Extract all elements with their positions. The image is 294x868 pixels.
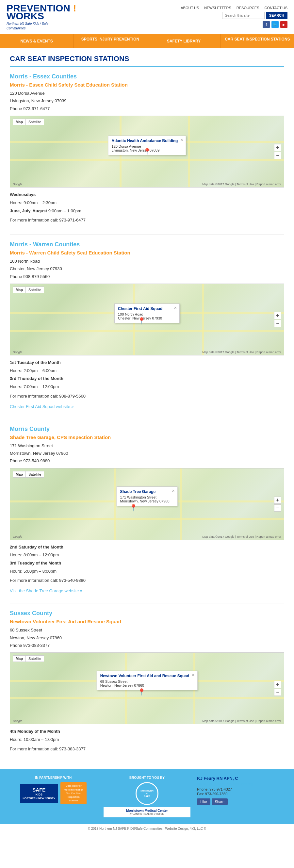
map-pin-1: 📍 <box>143 148 151 155</box>
header-right: ABOUT US NEWSLETTERS RESOURCES CONTACT U… <box>181 6 288 28</box>
schedule-4: 4th Monday of the Month Hours: 10:00am –… <box>10 727 284 753</box>
map-tab-map-3[interactable]: Map <box>13 471 26 477</box>
map-tab-map-2[interactable]: Map <box>13 286 26 293</box>
footer-brought: BROUGHT TO YOU BY NORTHERNNJSAFE Morrist… <box>103 776 191 817</box>
popup-close-2[interactable]: × <box>174 305 177 310</box>
schedule-label-2b: 3rd Thursday of the Month <box>10 376 63 381</box>
nav-car-seat[interactable]: CAR SEAT INSPECTION STATIONS <box>221 34 294 48</box>
logo-area: PREVENTION ! WORKS ! Northern NJ Safe Ki… <box>6 3 76 31</box>
like-button[interactable]: Like <box>197 798 210 805</box>
like-share-buttons: Like Share <box>197 798 284 805</box>
map-tab-satellite-3[interactable]: Satellite <box>26 471 44 477</box>
divider-3 <box>10 603 284 603</box>
map-google-logo-2: Google <box>13 350 22 354</box>
mmc-sub: ATLANTIC HEALTH SYSTEM <box>107 812 188 815</box>
popup-title-1: Atlantic Health Ambulance Building <box>112 138 178 143</box>
map-zoom-controls-3: + − <box>274 497 281 512</box>
zoom-in-3[interactable]: + <box>274 497 281 504</box>
nav-about[interactable]: ABOUT US <box>181 6 199 10</box>
page-title: CAR SEAT INSPECTION STATIONS <box>10 55 284 67</box>
map-popup-2: Chester First Aid Squad 100 North Road C… <box>115 304 180 323</box>
shadetree-link[interactable]: Visit the Shade Tree Garage website <box>10 588 79 593</box>
map-pin-2: 📍 <box>137 317 146 325</box>
popup-close-1[interactable]: × <box>180 137 183 143</box>
footer-bottom: © 2017 Northern NJ SAFE KIDS/Safe Commun… <box>0 824 294 833</box>
nav-newsletters[interactable]: NEWSLETTERS <box>204 6 231 10</box>
search-input[interactable] <box>222 12 265 19</box>
nav-sports-injury[interactable]: SPORTS INJURY PREVENTION <box>73 34 147 48</box>
schedule-label-2a: 1st Tuesday of the Month <box>10 360 61 365</box>
schedule-label-3b: 3rd Tuesday of the Month <box>10 561 61 565</box>
zoom-out-2[interactable]: − <box>274 320 281 327</box>
search-button[interactable]: SEARCH <box>266 12 288 19</box>
link-arrow-3: » <box>79 588 83 593</box>
zoom-in-4[interactable]: + <box>274 681 281 688</box>
map-popup-4: Newtown Volunteer First Aid and Rescue S… <box>97 671 198 690</box>
schedule-label-1b: June, July, August <box>10 209 47 213</box>
youtube-icon[interactable]: ▶ <box>280 21 288 28</box>
map-footer-1: Map data ©2017 Google | Terms of Use | R… <box>202 183 281 186</box>
map-tab-satellite-1[interactable]: Satellite <box>26 119 44 125</box>
station-name-2: Morris - Warren Child Safety Seat Educat… <box>10 250 284 255</box>
address-4: 68 Sussex Street Newton, New Jersey 0786… <box>10 626 284 649</box>
map-tab-satellite-2[interactable]: Satellite <box>26 286 44 293</box>
popup-close-4[interactable]: × <box>192 672 194 678</box>
section-morris-essex: Morris - Essex Counties Morris - Essex C… <box>10 73 284 224</box>
schedule-1: Wednesdays Hours: 9:00am – 2:30pm June, … <box>10 191 284 224</box>
map-tab-map-4[interactable]: Map <box>13 655 26 662</box>
safekids-badge: SAFE KIDS NORTHERN NEW JERSEY <box>20 784 58 803</box>
social-icons: f 🐦 ▶ <box>263 21 288 28</box>
northern-safe-logo: NORTHERNNJSAFE <box>136 782 158 805</box>
nav-news-events[interactable]: NEWS & EVENTS <box>0 34 73 48</box>
map-google-logo-1: Google <box>13 183 22 186</box>
zoom-out-1[interactable]: − <box>274 152 281 159</box>
mmc-title: Morristown Medical Center <box>107 809 188 812</box>
footer-main: IN PARTNERSHIP WITH SAFE KIDS NORTHERN N… <box>0 769 294 824</box>
top-nav: ABOUT US NEWSLETTERS RESOURCES CONTACT U… <box>181 6 288 10</box>
map-tabs-2: Map Satellite <box>13 286 44 293</box>
station-name-4: Newtown Volunteer First Aid and Rescue S… <box>10 619 284 624</box>
popup-close-3[interactable]: × <box>172 488 174 493</box>
brought-label: BROUGHT TO YOU BY <box>103 776 191 779</box>
address-2: 100 North Road Chester, New Jersey 07930… <box>10 257 284 280</box>
map-footer-4: Map data ©2017 Google | Terms of Use | R… <box>202 719 281 723</box>
twitter-icon[interactable]: 🐦 <box>271 21 279 28</box>
footer-logos: SAFE KIDS NORTHERN NEW JERSEY Click Here… <box>10 782 97 804</box>
mmc-badge: Morristown Medical Center ATLANTIC HEALT… <box>103 807 191 817</box>
chester-link[interactable]: Chester First Aid Squad website <box>10 404 70 409</box>
contact-email[interactable]: karenjean.feury@atlantichealth.org <box>197 782 284 786</box>
address-1: 120 Dorsa Avenue Livingston, New Jersey … <box>10 90 284 113</box>
facebook-icon[interactable]: f <box>263 21 270 28</box>
schedule-3: 2nd Saturday of the Month Hours: 8:00am … <box>10 543 284 585</box>
footer-partnership: IN PARTNERSHIP WITH SAFE KIDS NORTHERN N… <box>10 776 97 804</box>
zoom-in-2[interactable]: + <box>274 312 281 319</box>
nav-resources[interactable]: RESOURCES <box>236 6 259 10</box>
carseat-badge[interactable]: Click Here for more information Our Car … <box>60 782 87 804</box>
map-footer-3: Map data ©2017 Google | Terms of Use | R… <box>202 535 281 538</box>
divider-2 <box>10 419 284 419</box>
address-3: 171 Washington Street Morristown, New Je… <box>10 442 284 465</box>
nav-contact[interactable]: CONTACT US <box>265 6 288 10</box>
map-1: Map Satellite Atlantic Health Ambulance … <box>10 116 284 188</box>
section-sussex: Sussex County Newtown Volunteer First Ai… <box>10 610 284 753</box>
map-footer-2: Map data ©2017 Google | Terms of Use | R… <box>202 350 281 354</box>
map-tab-satellite-4[interactable]: Satellite <box>26 655 44 662</box>
map-tabs-4: Map Satellite <box>13 655 44 662</box>
zoom-out-4[interactable]: − <box>274 689 281 696</box>
map-tab-map-1[interactable]: Map <box>13 119 26 125</box>
zoom-in-1[interactable]: + <box>274 144 281 151</box>
map-zoom-controls-2: + − <box>274 312 281 327</box>
map-pin-3: 📍 <box>129 504 137 512</box>
nav-safety-library[interactable]: SAFETY LIBRARY <box>147 34 221 48</box>
map-pin-4: 📍 <box>137 688 146 696</box>
county-heading-3: Morris County <box>10 426 284 433</box>
station-name-1: Morris - Essex Child Safety Seat Educati… <box>10 82 284 88</box>
link-arrow-2: » <box>70 404 74 409</box>
partnership-label: IN PARTNERSHIP WITH <box>10 776 97 779</box>
map-popup-3: Shade Tree Garage 171 Washington Street … <box>116 487 177 506</box>
county-heading-2: Morris - Warren Counties <box>10 241 284 248</box>
zoom-out-3[interactable]: − <box>274 504 281 512</box>
map-zoom-controls-4: + − <box>274 681 281 696</box>
county-heading-4: Sussex County <box>10 610 284 617</box>
share-button[interactable]: Share <box>212 798 228 805</box>
